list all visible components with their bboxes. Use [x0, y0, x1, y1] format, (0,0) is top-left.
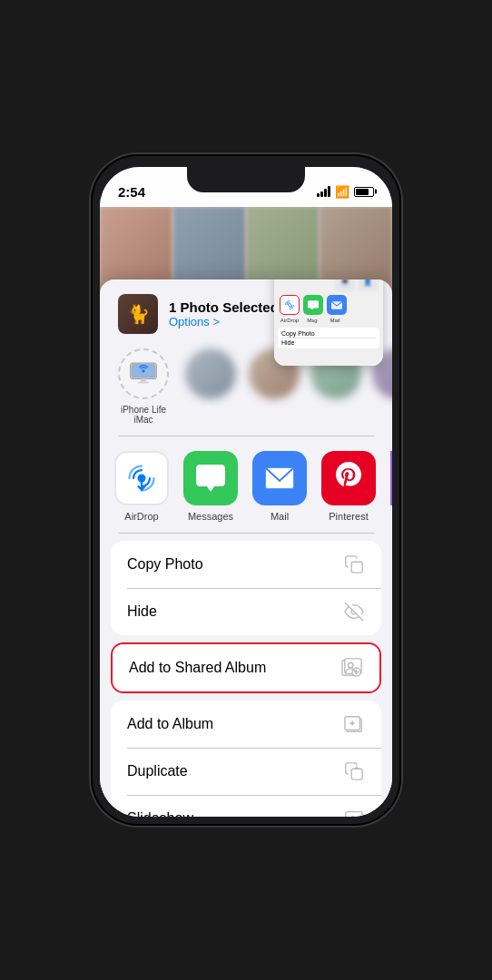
- hide-label: Hide: [127, 603, 157, 620]
- add-album-label: Add to Album: [127, 716, 213, 732]
- add-album-icon: [343, 713, 365, 735]
- mail-label: Mail: [271, 511, 289, 522]
- contact-iphone-life-imac[interactable]: iPhone Life iMac: [114, 348, 172, 425]
- add-shared-album-label: Add to Shared Album: [129, 660, 266, 676]
- notch: [187, 167, 305, 192]
- preview-messages-icon: [303, 295, 323, 315]
- contact-blurred-1[interactable]: [183, 348, 238, 425]
- preview-screenshot: 💻 👤: [274, 279, 383, 366]
- share-thumbnail: 🐈: [118, 294, 158, 334]
- imac-avatar: [118, 348, 169, 399]
- action-copy-photo[interactable]: Copy Photo: [111, 541, 381, 588]
- svg-marker-30: [352, 816, 358, 817]
- svg-point-8: [142, 369, 144, 372]
- copy-photo-label: Copy Photo: [127, 556, 203, 573]
- wifi-icon: 📶: [335, 185, 349, 199]
- app-airdrop[interactable]: AirDrop: [114, 451, 169, 522]
- app-icons-row: AirDrop Messages: [100, 436, 392, 533]
- svg-point-1: [289, 304, 291, 307]
- messages-icon-container: [183, 451, 238, 505]
- action-slideshow[interactable]: Slideshow: [111, 795, 381, 817]
- action-duplicate[interactable]: Duplicate: [111, 748, 381, 795]
- contact-name-imac: iPhone Life iMac: [114, 405, 172, 425]
- duplicate-label: Duplicate: [127, 763, 188, 779]
- slideshow-icon: [343, 808, 365, 817]
- app-yahoo[interactable]: Y!: [390, 451, 392, 522]
- app-pinterest[interactable]: Pinterest: [321, 451, 376, 522]
- messages-label: Messages: [188, 511, 233, 522]
- action-add-shared-album[interactable]: Add to Shared Album: [113, 644, 379, 691]
- action-list-main: Copy Photo Hide: [111, 541, 381, 635]
- app-messages[interactable]: Messages: [183, 451, 238, 522]
- slideshow-label: Slideshow: [127, 810, 193, 817]
- svg-rect-14: [351, 562, 362, 573]
- signal-bars-icon: [317, 186, 330, 197]
- copy-photo-icon: [343, 554, 365, 575]
- svg-rect-6: [141, 379, 146, 382]
- blurred-avatar-1: [185, 348, 236, 399]
- svg-rect-7: [138, 382, 150, 384]
- divider-apps: [118, 533, 374, 534]
- yahoo-icon-container: Y!: [390, 451, 392, 505]
- status-time: 2:54: [118, 184, 145, 200]
- airdrop-icon-container: [114, 451, 169, 505]
- action-add-shared-album-wrapper[interactable]: Add to Shared Album: [111, 642, 381, 693]
- mail-icon-container: [252, 451, 307, 505]
- phone-screen: 2:54 📶: [100, 167, 392, 817]
- content-area: 💻 👤: [100, 207, 392, 817]
- duplicate-icon: [343, 760, 365, 782]
- battery-icon: [354, 187, 374, 197]
- app-mail[interactable]: Mail: [252, 451, 307, 522]
- hide-icon: [343, 601, 365, 622]
- action-add-album[interactable]: Add to Album: [111, 701, 381, 748]
- airdrop-label: AirDrop: [124, 511, 158, 522]
- preview-mail-icon: [327, 295, 347, 315]
- status-icons: 📶: [317, 185, 374, 199]
- action-hide[interactable]: Hide: [111, 588, 381, 635]
- svg-rect-29: [346, 812, 362, 817]
- preview-airdrop-icon: [280, 295, 300, 315]
- svg-rect-26: [351, 769, 362, 779]
- pinterest-label: Pinterest: [329, 511, 368, 522]
- add-shared-album-icon: [341, 657, 363, 679]
- phone-frame: 2:54 📶: [91, 154, 401, 826]
- share-sheet: 💻 👤: [100, 279, 392, 817]
- pinterest-icon-container: [321, 451, 376, 505]
- action-list-secondary: Add to Album Duplicate: [111, 701, 381, 817]
